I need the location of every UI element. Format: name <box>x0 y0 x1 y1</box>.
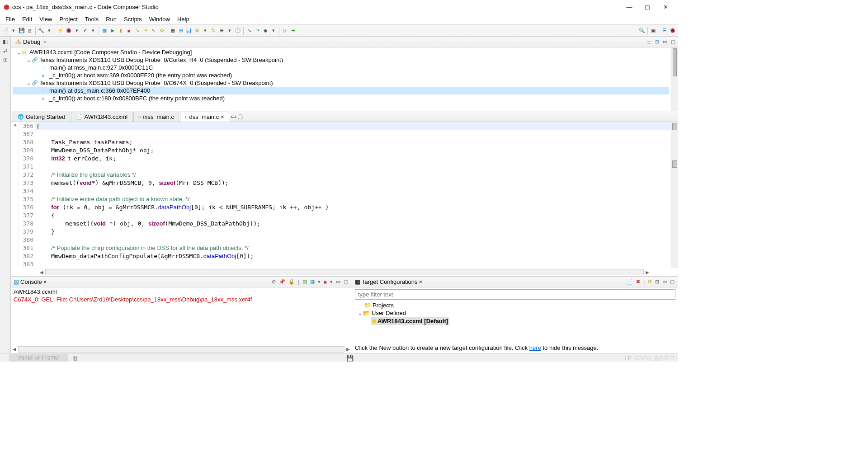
editor-tab[interactable]: cmss_main.c <box>133 112 179 122</box>
scrollbar-vertical[interactable] <box>671 122 678 268</box>
step-into-icon[interactable]: ↘ <box>133 27 141 34</box>
build-icon[interactable]: 🔨 <box>38 27 45 34</box>
stack-frame[interactable]: ⌄🔗Texas Instruments XDS110 USB Debug Pro… <box>13 79 669 87</box>
resume-icon[interactable]: ▶ <box>109 27 116 34</box>
asm-step-into-icon[interactable]: ↘ <box>245 27 253 34</box>
trim-icon[interactable]: ◧ <box>3 38 8 45</box>
stack-frame[interactable]: ≡_c_int00() at boot.asm:369 0x0000EF20 (… <box>13 71 669 79</box>
signal-icon[interactable]: 📊 <box>185 27 193 34</box>
target-tree[interactable]: 📁Projects ⌄📂User Defined AWR1843.ccxml [… <box>352 301 678 343</box>
terminate-icon[interactable]: ■ <box>323 279 328 285</box>
func-icon[interactable]: ⊕ <box>218 27 225 34</box>
editor-tab[interactable]: 📄AWR1843.ccxml <box>71 112 132 122</box>
clear-icon[interactable]: ⊘ <box>271 279 277 285</box>
maximize-pane-icon[interactable]: ▢ <box>343 279 349 285</box>
stack-frame[interactable]: ≡_c_int00() at boot.c:180 0x00800BFC (th… <box>13 94 669 102</box>
debug-icon[interactable]: 🐞 <box>65 27 72 34</box>
target-tab[interactable]: Target Configurations <box>362 278 418 285</box>
menu-tools[interactable]: Tools <box>82 15 101 24</box>
console-output[interactable]: C674X_0: GEL: File: C:\Users\Zrd19\Deskt… <box>11 296 352 345</box>
close-icon[interactable]: × <box>43 278 47 285</box>
open-console-icon[interactable]: ▦ <box>309 279 316 285</box>
heap-status[interactable]: 294M of 1197M <box>9 354 68 362</box>
flash-icon[interactable]: ⚡ <box>57 27 64 34</box>
minimize-button[interactable]: — <box>620 2 638 12</box>
trim-icon[interactable]: ⊞ <box>3 56 8 63</box>
stack-frame[interactable]: ≡main() at mss_main.c:927 0x0000C11C <box>13 64 669 71</box>
target-hint: Click the New button to create a new tar… <box>352 343 678 353</box>
minimize-pane-icon[interactable]: ▭ <box>335 279 341 285</box>
target-entry[interactable]: AWR1843.ccxml [Default] <box>371 317 449 325</box>
misc-icon[interactable]: ◆ <box>262 27 269 34</box>
close-icon[interactable]: × <box>43 38 47 45</box>
scrollbar-vertical[interactable] <box>671 47 678 111</box>
perspective-edit-icon[interactable]: ☰ <box>661 27 668 34</box>
perspective-debug-icon[interactable]: 🐞 <box>669 27 676 34</box>
minimize-icon[interactable]: ⊟ <box>654 39 660 45</box>
new-icon[interactable]: 📄 <box>2 27 9 34</box>
check-icon[interactable]: ✔ <box>81 27 89 34</box>
stack-frame[interactable]: ≡main() at dss_main.c:366 0x007EF400 <box>13 87 669 94</box>
menu-run[interactable]: Run <box>103 15 119 24</box>
connect-icon[interactable]: ▦ <box>101 27 108 34</box>
asm-step-over-icon[interactable]: ↷ <box>254 27 261 34</box>
restart-icon[interactable]: ⟲ <box>158 27 165 34</box>
menu-file[interactable]: File <box>3 15 18 24</box>
reload-icon[interactable]: ↻ <box>210 27 217 34</box>
editor-tab[interactable]: cdss_main.c × <box>180 112 229 122</box>
menu-view[interactable]: View <box>37 15 55 24</box>
new-target-icon[interactable]: 📄 <box>626 279 634 285</box>
debug-tree[interactable]: ⌄◎AWR1843.ccxml [Code Composer Studio - … <box>11 47 671 111</box>
stack-frame[interactable]: ⌄🔗Texas Instruments XDS110 USB Debug Pro… <box>13 56 669 64</box>
menu-edit[interactable]: Edit <box>19 15 35 24</box>
editor-tab[interactable]: 🌐Getting Started <box>13 112 70 122</box>
delete-icon[interactable]: ✖ <box>635 279 641 285</box>
terminate-icon[interactable]: ■ <box>125 27 132 34</box>
pause-icon[interactable]: ⏸ <box>117 27 124 34</box>
maximize-pane-icon[interactable]: ▢ <box>237 113 243 120</box>
menu-window[interactable]: Window <box>146 15 173 24</box>
maximize-pane-icon[interactable]: ▢ <box>670 39 676 45</box>
perspective-ccs-icon[interactable]: ▣ <box>650 27 657 34</box>
refresh-icon[interactable]: ⟳ <box>647 279 653 285</box>
run-free-icon[interactable]: ▷ <box>281 27 288 34</box>
debug-tab[interactable]: ⁂ Debug × <box>13 38 49 46</box>
maximize-button[interactable]: ▢ <box>638 2 656 12</box>
filter-input[interactable] <box>355 289 675 300</box>
trash-icon[interactable]: 🗑 <box>68 355 78 362</box>
step-return-icon[interactable]: ↖ <box>150 27 157 34</box>
console-tab[interactable]: Console <box>20 278 42 285</box>
trim-icon[interactable]: ⇄ <box>3 47 8 54</box>
maximize-pane-icon[interactable]: ▢ <box>669 279 675 285</box>
menu-bar: File Edit View Project Tools Run Scripts… <box>0 14 678 25</box>
close-button[interactable]: ✕ <box>656 2 675 12</box>
collapse-icon[interactable]: ⊟ <box>654 279 660 285</box>
reset-icon[interactable]: ⚙ <box>193 27 201 34</box>
code-editor[interactable]: { Task_Params taskParams; MmwDemo_DSS_Da… <box>35 122 671 268</box>
close-icon[interactable]: × <box>419 278 423 285</box>
scroll-lock-icon[interactable]: 🔒 <box>288 279 296 285</box>
close-icon[interactable]: × <box>221 113 224 120</box>
go-main-icon[interactable]: ⇥ <box>289 27 297 34</box>
menu-scripts[interactable]: Scripts <box>121 15 145 24</box>
minimize-pane-icon[interactable]: ▭ <box>231 113 236 120</box>
minimize-pane-icon[interactable]: ▭ <box>662 39 668 45</box>
scrollbar-horizontal[interactable]: ◀▶ <box>11 268 678 276</box>
console-view: ▤ Console × ⊘ 📌 🔒 | ▤ ▦▾ ■▾ ▭ ▢ AWR1843.… <box>11 277 352 353</box>
grid-icon[interactable]: ▦ <box>169 27 176 34</box>
menu-project[interactable]: Project <box>57 15 80 24</box>
minimize-pane-icon[interactable]: ▭ <box>661 279 668 285</box>
menu-help[interactable]: Help <box>175 15 192 24</box>
save-all-icon[interactable]: 🗎 <box>26 27 33 34</box>
search-icon[interactable]: 🔍 <box>638 27 646 34</box>
view-menu-icon[interactable]: ☰ <box>646 39 652 45</box>
here-link[interactable]: here <box>529 344 541 351</box>
scrollbar-horizontal[interactable]: ◀▶ <box>11 345 352 353</box>
clock-icon[interactable]: 🕐 <box>234 27 241 34</box>
step-over-icon[interactable]: ↷ <box>142 27 149 34</box>
pin-icon[interactable]: 📌 <box>278 279 286 285</box>
stack-frame[interactable]: ⌄◎AWR1843.ccxml [Code Composer Studio - … <box>13 48 669 56</box>
save-icon[interactable]: 💾 <box>18 27 25 34</box>
expr-icon[interactable]: ⊞ <box>177 27 184 34</box>
display-icon[interactable]: ▤ <box>302 279 308 285</box>
